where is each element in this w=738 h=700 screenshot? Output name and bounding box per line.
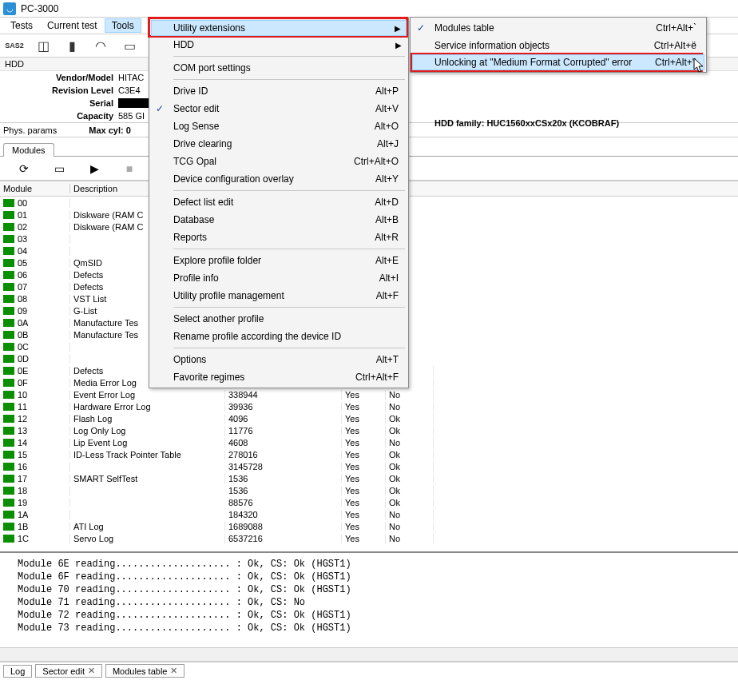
menu-item-explore-profile-folder[interactable]: Explore profile folderAlt+E [151, 252, 407, 269]
status-dot-icon [3, 499, 14, 507]
table-row[interactable]: 1BATI Log1689088YesNo [0, 520, 738, 532]
status-dot-icon [3, 331, 14, 339]
status-dot-icon [3, 415, 14, 423]
shortcut-label: Alt+Y [375, 173, 399, 185]
menu-item-hdd[interactable]: HDD▶ [151, 36, 407, 54]
table-row[interactable]: 12Flash Log4096YesOk [0, 412, 738, 424]
menu-item-utility-extensions[interactable]: Utility extensions▶ [151, 20, 407, 36]
menu-item-label: TCG Opal [173, 156, 216, 167]
bottom-tab-modules-table[interactable]: Modules table✕ [105, 664, 185, 678]
module-id: 13 [18, 426, 27, 436]
table-row[interactable]: 17SMART SelfTest1536YesOk [0, 472, 738, 484]
module-id: 0A [18, 318, 28, 328]
menu-tools[interactable]: Tools [105, 18, 141, 33]
module-id: 04 [18, 246, 27, 256]
menu-item-database[interactable]: DatabaseAlt+B [151, 211, 407, 229]
open-icon[interactable]: ▭ [48, 160, 70, 177]
module-col-b: No [386, 390, 434, 400]
table-row[interactable]: 1988576YesOk [0, 496, 738, 508]
table-row[interactable]: 13Log Only Log11776YesOk [0, 424, 738, 436]
module-col-b: No [386, 402, 434, 412]
menu-item-label: Options [173, 354, 206, 365]
menu-item-tcg-opal[interactable]: TCG OpalCtrl+Alt+O [151, 153, 407, 170]
status-dot-icon [3, 343, 14, 351]
refresh-icon[interactable]: ⟳ [13, 160, 35, 177]
menu-tests[interactable]: Tests [3, 18, 40, 33]
module-id: 03 [18, 234, 27, 244]
table-row[interactable]: 15ID-Less Track Pointer Table278016YesOk [0, 448, 738, 460]
app-icon: ◡ [3, 2, 16, 15]
menu-item-defect-list-edit[interactable]: Defect list editAlt+D [151, 193, 407, 211]
stop-icon[interactable]: ■ [118, 160, 141, 177]
col-module[interactable]: Module [0, 184, 70, 193]
shortcut-label: Alt+D [375, 197, 399, 208]
table-row[interactable]: 1A184320YesNo [0, 508, 738, 520]
menu-item-profile-info[interactable]: Profile infoAlt+I [151, 269, 407, 287]
menu-item-reports[interactable]: ReportsAlt+R [151, 229, 407, 246]
play-icon[interactable]: ▶ [83, 160, 105, 177]
submenu-item-modules-table[interactable]: ✓Modules tableCtrl+Alt+` [412, 19, 704, 37]
module-col-a: Yes [342, 462, 386, 471]
table-row[interactable]: 1CServo Log6537216YesNo [0, 532, 738, 544]
menu-item-drive-id[interactable]: Drive IDAlt+P [151, 82, 407, 100]
module-col-a: Yes [342, 414, 386, 424]
tab-modules[interactable]: Modules [3, 143, 54, 157]
chip-icon[interactable]: ▮ [61, 36, 83, 55]
module-col-b: Ok [386, 462, 434, 471]
utility-extensions-submenu: ✓Modules tableCtrl+Alt+`Service informat… [410, 17, 707, 73]
status-dot-icon [3, 403, 14, 411]
close-icon[interactable]: ✕ [88, 666, 95, 676]
module-col-b: Ok [386, 486, 434, 495]
menu-item-com-port-settings[interactable]: COM port settings [151, 59, 407, 77]
phys-params-label: Phys. params [3, 125, 57, 135]
submenu-item-label: Unlocking at "Medium Format Corrupted" e… [434, 57, 632, 68]
module-col-a: Yes [342, 426, 386, 436]
module-id: 0E [18, 366, 28, 376]
module-col-b: No [386, 534, 434, 543]
module-id: 1A [18, 510, 28, 519]
menu-separator [173, 79, 405, 80]
module-id: 00 [18, 198, 27, 208]
menu-item-label: Favorite regimes [173, 372, 244, 383]
module-icon[interactable]: ▭ [118, 36, 141, 55]
menu-item-label: Device configuration overlay [173, 173, 294, 185]
menu-item-sector-edit[interactable]: ✓Sector editAlt+V [151, 100, 407, 117]
module-col-a: Yes [342, 486, 386, 495]
bottom-tab-sector-edit[interactable]: Sector edit✕ [35, 664, 102, 678]
menu-item-select-another-profile[interactable]: Select another profile [151, 310, 407, 328]
module-id: 0C [18, 342, 29, 352]
module-col-b: No [386, 510, 434, 519]
menu-item-label: COM port settings [173, 62, 251, 74]
menu-item-drive-clearing[interactable]: Drive clearingAlt+J [151, 135, 407, 153]
title-bar: ◡ PC-3000 [0, 0, 738, 18]
disk-icon[interactable]: ◠ [89, 36, 112, 55]
close-icon[interactable]: ✕ [170, 666, 177, 676]
menu-item-favorite-regimes[interactable]: Favorite regimesCtrl+Alt+F [151, 368, 407, 386]
shortcut-label: Alt+B [375, 214, 399, 225]
submenu-item-unlocking-at-medium-format-cor[interactable]: Unlocking at "Medium Format Corrupted" e… [412, 54, 704, 70]
table-row[interactable]: 163145728YesOk [0, 460, 738, 472]
module-id: 1C [18, 534, 29, 543]
cyl-icon[interactable]: ◫ [32, 36, 54, 55]
bottom-tab-log[interactable]: Log [3, 665, 32, 678]
menu-current-test[interactable]: Current test [40, 18, 105, 33]
submenu-item-service-information-objects[interactable]: Service information objectsCtrl+Alt+ё [412, 37, 704, 54]
table-row[interactable]: 10Event Error Log338944YesNo [0, 388, 738, 400]
table-row[interactable]: 181536YesOk [0, 484, 738, 496]
table-row[interactable]: 14Lip Event Log4608YesNo [0, 436, 738, 448]
menu-item-rename-profile-according-the-device-id[interactable]: Rename profile according the device ID [151, 328, 407, 345]
module-col-b: Ok [386, 426, 434, 436]
shortcut-label: Ctrl+Alt+O [354, 156, 399, 167]
menu-item-utility-profile-management[interactable]: Utility profile managementAlt+F [151, 287, 407, 304]
menu-item-log-sense[interactable]: Log SenseAlt+O [151, 117, 407, 135]
menu-item-device-configuration-overlay[interactable]: Device configuration overlayAlt+Y [151, 170, 407, 188]
menu-item-options[interactable]: OptionsAlt+T [151, 351, 407, 368]
status-dot-icon [3, 535, 14, 543]
module-size: 88576 [225, 498, 342, 507]
sas2-icon[interactable]: SAS2 [3, 36, 26, 55]
module-desc: Lip Event Log [70, 438, 225, 447]
table-row[interactable]: 11Hardware Error Log39936YesNo [0, 400, 738, 412]
horizontal-scrollbar[interactable] [0, 647, 738, 662]
menu-separator [173, 56, 405, 57]
status-dot-icon [3, 511, 14, 519]
